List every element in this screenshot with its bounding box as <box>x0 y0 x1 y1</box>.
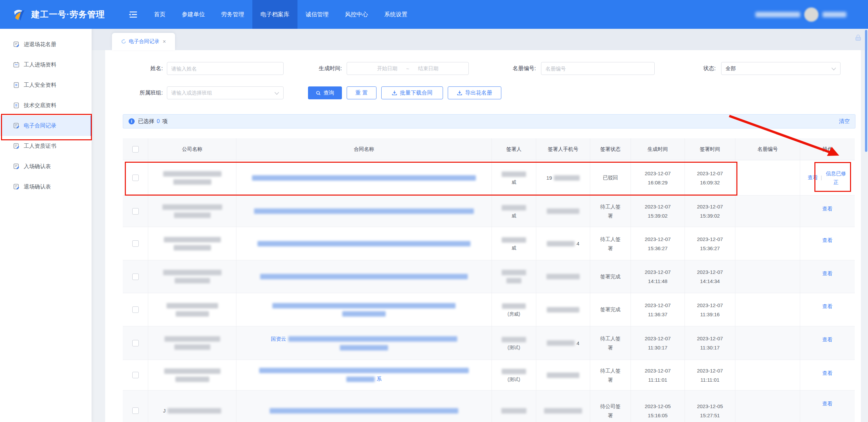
signer-cell: 威 <box>492 227 536 260</box>
redacted-company-name <box>176 311 209 317</box>
redacted-company-name <box>174 344 210 350</box>
doc-edit-icon <box>13 122 20 129</box>
company-line <box>163 171 221 177</box>
export-roster-button[interactable]: 导出花名册 <box>448 86 501 99</box>
team-select[interactable]: 请输入或选择班组 <box>167 86 284 99</box>
contract-line <box>342 311 386 317</box>
company-prefix-text: J <box>163 408 166 414</box>
redacted-signer-name <box>502 172 526 177</box>
lock-icon[interactable] <box>854 34 862 43</box>
view-link[interactable]: 查看 <box>823 370 833 376</box>
contract-name-cell <box>236 227 492 260</box>
signer-cell <box>492 390 536 422</box>
row-checkbox[interactable] <box>132 306 139 313</box>
row-checkbox[interactable] <box>132 274 139 280</box>
view-link[interactable]: 查看 <box>823 401 833 406</box>
sign-time-text: 2023-12-07 11:30:17 <box>694 334 726 352</box>
roster-no-input[interactable] <box>541 62 655 75</box>
refresh-icon[interactable] <box>121 39 126 44</box>
row-checkbox[interactable] <box>132 240 139 247</box>
roster-no-cell <box>735 293 800 326</box>
sign-time-text: 2023-12-07 16:09:32 <box>694 169 726 187</box>
sign-time-text: 2023-12-05 15:27:51 <box>694 402 726 420</box>
sidebar-item-退场确认表[interactable]: 退场确认表 <box>0 177 92 197</box>
signer-tail-text: (测试) <box>507 377 520 383</box>
redacted-company-name <box>163 171 221 177</box>
table-row: 国资云(测试)4待工人签署2023-12-07 11:30:172023-12-… <box>123 326 855 360</box>
tab-electronic-contract-records[interactable]: 电子合同记录 × <box>112 33 175 50</box>
status-text: 待工人签署 <box>600 366 621 384</box>
sidebar-item-入场确认表[interactable]: 入场确认表 <box>0 156 92 177</box>
redacted-signer-name <box>502 303 526 309</box>
search-button-label: 查询 <box>324 89 334 97</box>
redacted-company-name <box>175 278 210 283</box>
company-line <box>173 179 211 185</box>
row-checkbox[interactable] <box>132 208 139 215</box>
company-name-cell <box>148 196 236 227</box>
header-checkbox-cell <box>123 138 148 160</box>
avatar[interactable] <box>804 7 818 22</box>
contract-line <box>270 408 458 414</box>
table-row: 威待工人签署2023-12-07 15:39:022023-12-07 15:3… <box>123 196 855 227</box>
sidebar-item-工人安全资料[interactable]: 工人安全资料 <box>0 75 92 95</box>
view-link[interactable]: 查看 <box>823 337 833 342</box>
name-input[interactable] <box>167 62 284 75</box>
sidebar-item-电子合同记录[interactable]: 电子合同记录 <box>0 116 92 136</box>
signer-phone-cell <box>536 260 590 293</box>
sidebar-item-工人进场资料[interactable]: 工人进场资料 <box>0 55 92 75</box>
view-link[interactable]: 查看 <box>823 303 833 309</box>
nav-item-首页[interactable]: 首页 <box>146 0 174 29</box>
select-all-checkbox[interactable] <box>132 146 139 153</box>
roster-no-cell <box>735 260 800 293</box>
redacted-phone-number <box>547 340 575 346</box>
gen-time-range-input[interactable]: 开始日期 ~ 结束日期 <box>347 62 469 75</box>
sidebar-item-工人资质证书[interactable]: 工人资质证书 <box>0 136 92 156</box>
contract-line <box>340 345 388 350</box>
phone-line <box>546 274 580 279</box>
search-button[interactable]: 查询 <box>308 86 342 99</box>
redacted-contract-link <box>259 368 469 373</box>
status-text: 签署完成 <box>600 306 621 313</box>
batch-download-button[interactable]: 批量下载合同 <box>381 86 443 99</box>
roster-no-cell <box>735 160 800 196</box>
contract-line <box>272 303 456 308</box>
menu-collapse-icon[interactable] <box>129 11 138 18</box>
info-corrected-link[interactable]: 信息已修正 <box>825 169 847 187</box>
view-link[interactable]: 查看 <box>823 206 833 212</box>
nav-item-系统设置[interactable]: 系统设置 <box>376 0 416 29</box>
status-select[interactable]: 全部 <box>721 62 841 75</box>
status-text: 待工人签署 <box>600 235 621 253</box>
view-link[interactable]: 查看 <box>823 270 833 276</box>
sidebar-item-技术交底资料[interactable]: 技术交底资料 <box>0 95 92 116</box>
nav-item-电子档案库[interactable]: 电子档案库 <box>252 0 297 29</box>
row-checkbox[interactable] <box>132 175 139 181</box>
redacted-company-name <box>174 245 211 250</box>
nav-item-劳务管理[interactable]: 劳务管理 <box>213 0 252 29</box>
nav-item-诚信管理[interactable]: 诚信管理 <box>297 0 337 29</box>
row-checkbox[interactable] <box>132 340 139 346</box>
view-link[interactable]: 查看 <box>808 175 818 180</box>
row-checkbox[interactable] <box>132 372 139 378</box>
close-icon[interactable]: × <box>163 39 166 45</box>
clear-selection-link[interactable]: 清空 <box>839 118 850 125</box>
signer-line <box>502 270 526 275</box>
row-checkbox[interactable] <box>132 407 139 414</box>
end-date-placeholder: 结束日期 <box>418 65 438 72</box>
sign-time-text: 2023-12-07 15:36:27 <box>694 235 726 253</box>
view-link[interactable]: 查看 <box>823 237 833 243</box>
scrollbar-thumb[interactable] <box>865 30 867 152</box>
redacted-contract-link <box>260 274 468 279</box>
signer-phone-cell <box>536 293 590 326</box>
redacted-contract-link <box>342 311 386 317</box>
sidebar-item-进退场花名册[interactable]: 进退场花名册 <box>0 34 92 55</box>
generated-time-cell: 2023-12-07 16:08:29 <box>631 160 685 196</box>
company-line <box>175 278 210 283</box>
redacted-phone-number <box>546 274 580 279</box>
reset-button[interactable]: 重 置 <box>347 86 377 99</box>
generated-time-text: 2023-12-07 15:39:02 <box>642 202 673 220</box>
nav-item-风控中心[interactable]: 风控中心 <box>337 0 376 29</box>
nav-item-参建单位[interactable]: 参建单位 <box>174 0 213 29</box>
redacted-company-name <box>168 408 221 414</box>
redacted-company-name <box>164 237 221 242</box>
company-line <box>164 368 220 374</box>
